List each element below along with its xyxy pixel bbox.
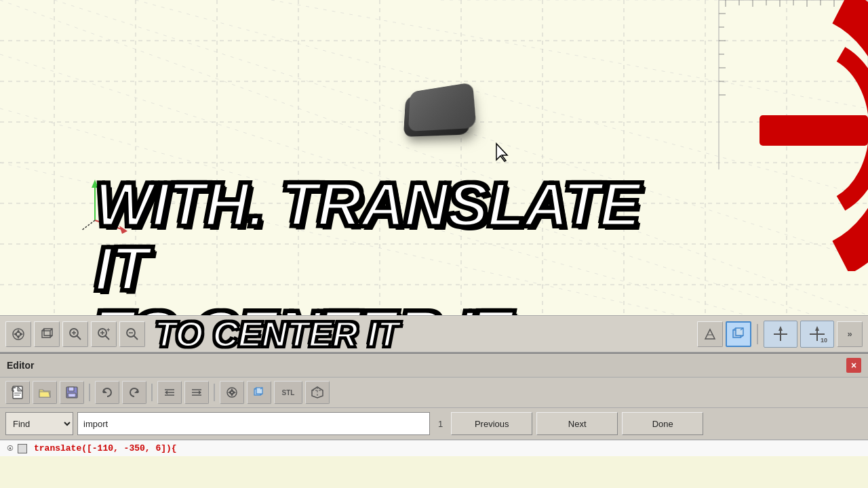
preview-button[interactable]: [220, 381, 244, 404]
editor-close-button[interactable]: ×: [846, 358, 861, 373]
svg-marker-115: [233, 390, 236, 394]
code-line: ⦿ translate([-110, -350, 6]){: [0, 440, 868, 456]
find-count: 1: [434, 419, 447, 429]
ed-sep1: [89, 384, 90, 401]
ed-sep2: [151, 384, 153, 401]
open-file-button[interactable]: [33, 381, 57, 404]
main-toolbar: + TO CENTER IT 10 »: [0, 315, 868, 352]
svg-text:10: 10: [821, 337, 827, 344]
done-button[interactable]: Done: [622, 412, 703, 435]
export-3d-button[interactable]: [305, 381, 330, 404]
ed-sep3: [214, 384, 215, 401]
svg-rect-98: [68, 387, 74, 391]
axis-indicator: Z: [81, 180, 122, 227]
svg-line-74: [134, 336, 138, 340]
find-select[interactable]: Find: [5, 412, 73, 435]
svg-marker-53: [496, 144, 507, 161]
previous-button[interactable]: Previous: [451, 412, 532, 435]
zoom-search-button[interactable]: [62, 321, 88, 347]
zoom-out-button[interactable]: [119, 321, 145, 347]
new-file-button[interactable]: [5, 381, 30, 404]
axis-left-button[interactable]: [764, 321, 797, 348]
find-bar: Find 1 Previous Next Done: [0, 408, 868, 440]
save-file-button[interactable]: [60, 381, 84, 404]
editor-titlebar: Editor ×: [0, 354, 868, 378]
svg-text:+: +: [106, 327, 110, 333]
3d-object: [403, 88, 471, 137]
svg-marker-110: [199, 390, 201, 394]
svg-marker-85: [778, 326, 783, 331]
overlay-text: WITH. TRANSLATE IT TO CENTER IT: [95, 173, 692, 315]
more-button[interactable]: »: [837, 321, 863, 347]
axis-svg: Z: [81, 180, 129, 234]
svg-line-51: [81, 220, 95, 230]
toolbar-sep: [757, 324, 758, 344]
code-icon: [18, 444, 27, 453]
overlay-line2: TO CENTER IT: [95, 301, 692, 315]
svg-rect-100: [69, 394, 75, 396]
export-stl-button[interactable]: STL: [274, 381, 302, 404]
cursor-arrow: [495, 142, 511, 165]
red-logo: [719, 0, 868, 271]
code-text: translate([-110, -350, 6]){: [34, 443, 177, 453]
view-angle-button[interactable]: [697, 321, 723, 347]
red-logo-svg: [719, 0, 868, 271]
svg-text:Z: Z: [98, 180, 102, 190]
svg-marker-76: [705, 329, 715, 339]
viewport: Z WITH. TRANSLATE IT TO CENTER IT: [0, 0, 868, 315]
redo-button[interactable]: [122, 381, 146, 404]
overlay-line1: WITH. TRANSLATE IT: [95, 173, 692, 301]
svg-line-65: [77, 336, 81, 340]
editor-panel: Editor × STL: [0, 352, 868, 456]
svg-marker-88: [815, 326, 819, 331]
view-3d-button[interactable]: [34, 321, 60, 347]
render-button[interactable]: [247, 381, 271, 404]
zoom-in-button[interactable]: +: [91, 321, 117, 347]
view-cube-button[interactable]: [726, 321, 751, 347]
svg-marker-58: [20, 332, 23, 336]
next-button[interactable]: Next: [536, 412, 618, 435]
undo-button[interactable]: [95, 381, 119, 404]
toolbar-right: 10 »: [697, 321, 863, 348]
svg-marker-114: [228, 390, 231, 394]
toolbar-text-overflow: TO CENTER IT: [148, 314, 694, 354]
indent-less-button[interactable]: [157, 381, 182, 404]
view-all-button[interactable]: [5, 321, 31, 347]
axis-num-button[interactable]: 10: [800, 321, 834, 348]
svg-rect-52: [760, 115, 868, 146]
code-bullet: ⦿: [7, 445, 14, 453]
editor-toolbar: STL: [0, 378, 868, 408]
editor-title: Editor: [7, 360, 34, 371]
find-input[interactable]: [77, 412, 430, 435]
svg-rect-59: [42, 331, 50, 338]
svg-marker-106: [165, 390, 167, 394]
svg-line-69: [106, 336, 110, 340]
indent-more-button[interactable]: [184, 381, 209, 404]
svg-marker-57: [14, 332, 17, 336]
svg-marker-50: [119, 226, 127, 234]
